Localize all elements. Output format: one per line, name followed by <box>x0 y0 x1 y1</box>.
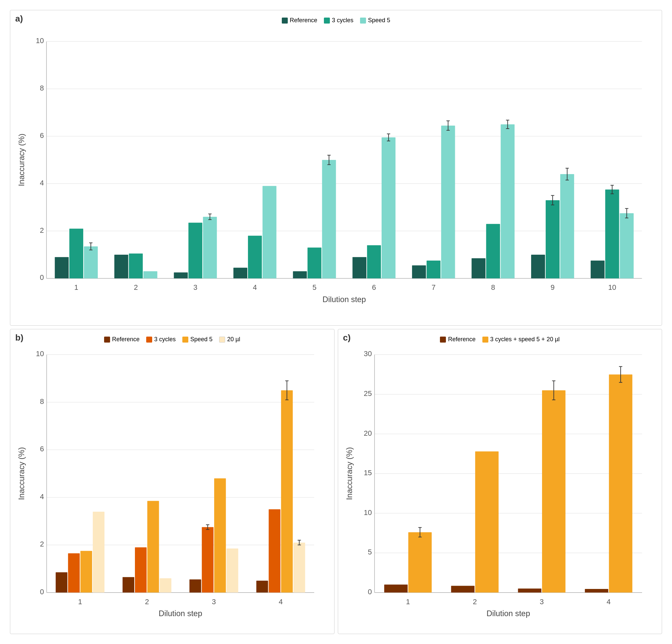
svg-rect-39 <box>248 236 262 278</box>
svg-text:6: 6 <box>40 131 44 140</box>
svg-rect-111 <box>135 547 146 592</box>
svg-rect-34 <box>531 255 545 278</box>
svg-rect-110 <box>68 553 80 592</box>
svg-text:1: 1 <box>74 283 78 291</box>
legend-swatch-3cycles-a <box>324 17 330 24</box>
legend-swatch-reference-a <box>282 17 288 24</box>
svg-text:30: 30 <box>364 349 372 358</box>
svg-text:15: 15 <box>364 468 372 477</box>
svg-rect-53 <box>501 124 515 278</box>
svg-rect-33 <box>471 258 485 278</box>
svg-text:10: 10 <box>36 349 44 358</box>
svg-rect-44 <box>546 200 560 278</box>
svg-rect-119 <box>160 579 171 593</box>
svg-rect-113 <box>268 509 280 593</box>
chart-a: a) Reference 3 cycles Speed 5 0246810123… <box>10 10 662 326</box>
svg-text:Dilution step: Dilution step <box>323 295 366 304</box>
svg-text:1: 1 <box>406 598 410 606</box>
svg-text:Dilution step: Dilution step <box>487 609 530 618</box>
svg-rect-121 <box>293 542 305 593</box>
svg-text:6: 6 <box>40 445 44 453</box>
svg-text:2: 2 <box>134 283 138 291</box>
svg-rect-160 <box>609 374 632 593</box>
svg-text:Inaccuracy (%): Inaccuracy (%) <box>17 447 26 500</box>
svg-text:20: 20 <box>364 429 372 438</box>
svg-rect-45 <box>605 190 619 278</box>
chart-c-label: c) <box>343 333 351 343</box>
legend-reference-c: Reference <box>440 336 476 343</box>
svg-rect-26 <box>55 257 69 278</box>
legend-label-speed5-a: Speed 5 <box>368 17 390 24</box>
svg-rect-36 <box>69 228 83 278</box>
svg-rect-118 <box>93 512 105 593</box>
bottom-charts: b) Reference 3 cycles Speed 5 20 µl <box>10 329 662 634</box>
legend-reference-b: Reference <box>104 336 140 343</box>
svg-text:2: 2 <box>40 226 44 235</box>
legend-speed5-a: Speed 5 <box>360 17 390 24</box>
svg-text:9: 9 <box>551 283 555 291</box>
svg-text:5: 5 <box>312 283 316 291</box>
chart-a-svg: 024681012345678910Dilution stepInaccurac… <box>17 27 655 312</box>
svg-rect-35 <box>591 261 605 278</box>
svg-rect-37 <box>129 253 143 278</box>
legend-3cycles-a: 3 cycles <box>324 17 353 24</box>
legend-swatch-speed5-b <box>182 337 188 343</box>
svg-text:4: 4 <box>279 598 283 606</box>
legend-swatch-3cycles-b <box>146 337 152 343</box>
svg-rect-156 <box>585 589 608 593</box>
svg-rect-155 <box>518 589 541 593</box>
chart-b: b) Reference 3 cycles Speed 5 20 µl <box>10 329 335 634</box>
chart-a-legend: Reference 3 cycles Speed 5 <box>17 17 655 24</box>
svg-text:4: 4 <box>253 283 257 291</box>
svg-text:2: 2 <box>473 598 477 606</box>
svg-text:4: 4 <box>40 492 44 501</box>
svg-text:3: 3 <box>539 598 543 606</box>
svg-rect-46 <box>84 247 98 278</box>
svg-text:8: 8 <box>40 84 44 92</box>
svg-text:1: 1 <box>78 598 82 606</box>
chart-c-legend: Reference 3 cycles + speed 5 + 20 µl <box>345 336 656 343</box>
svg-rect-27 <box>115 255 128 278</box>
svg-rect-107 <box>123 577 134 593</box>
chart-c-svg: 0510152025301234Dilution stepInaccuracy … <box>345 346 656 621</box>
legend-label-speed5-b: Speed 5 <box>190 336 213 343</box>
svg-rect-112 <box>202 527 214 593</box>
legend-label-20ul-b: 20 µl <box>227 336 240 343</box>
legend-label-reference-a: Reference <box>290 17 317 24</box>
svg-text:5: 5 <box>368 548 372 556</box>
svg-rect-40 <box>308 248 322 278</box>
svg-text:3: 3 <box>212 598 216 606</box>
svg-rect-38 <box>188 223 202 278</box>
svg-rect-52 <box>441 126 455 278</box>
svg-rect-48 <box>203 217 217 278</box>
legend-reference-a: Reference <box>282 17 317 24</box>
chart-a-label: a) <box>15 14 23 24</box>
svg-rect-41 <box>367 245 381 278</box>
legend-swatch-speed5-a <box>360 17 366 24</box>
svg-rect-32 <box>412 265 426 278</box>
svg-text:10: 10 <box>36 36 44 45</box>
chart-b-svg: 02468101234Dilution stepInaccuracy (%) <box>17 346 327 621</box>
svg-text:8: 8 <box>491 283 495 291</box>
svg-text:0: 0 <box>368 588 372 596</box>
svg-rect-154 <box>451 586 475 592</box>
svg-text:2: 2 <box>40 540 44 548</box>
svg-text:6: 6 <box>372 283 376 291</box>
legend-speed5-b: Speed 5 <box>182 336 213 343</box>
legend-combined-c: 3 cycles + speed 5 + 20 µl <box>482 336 560 343</box>
svg-rect-28 <box>174 273 188 278</box>
svg-rect-117 <box>281 390 293 593</box>
svg-rect-51 <box>382 137 396 278</box>
svg-text:3: 3 <box>193 283 197 291</box>
svg-rect-157 <box>408 532 432 593</box>
svg-rect-54 <box>560 174 574 278</box>
svg-rect-42 <box>427 261 441 278</box>
chart-b-label: b) <box>15 333 24 343</box>
legend-label-reference-b: Reference <box>112 336 140 343</box>
svg-text:10: 10 <box>608 283 616 291</box>
main-container: a) Reference 3 cycles Speed 5 0246810123… <box>0 0 672 644</box>
svg-rect-115 <box>147 501 159 593</box>
svg-rect-114 <box>81 551 92 593</box>
svg-text:25: 25 <box>364 389 372 397</box>
svg-text:Inaccuracy (%): Inaccuracy (%) <box>345 447 354 500</box>
